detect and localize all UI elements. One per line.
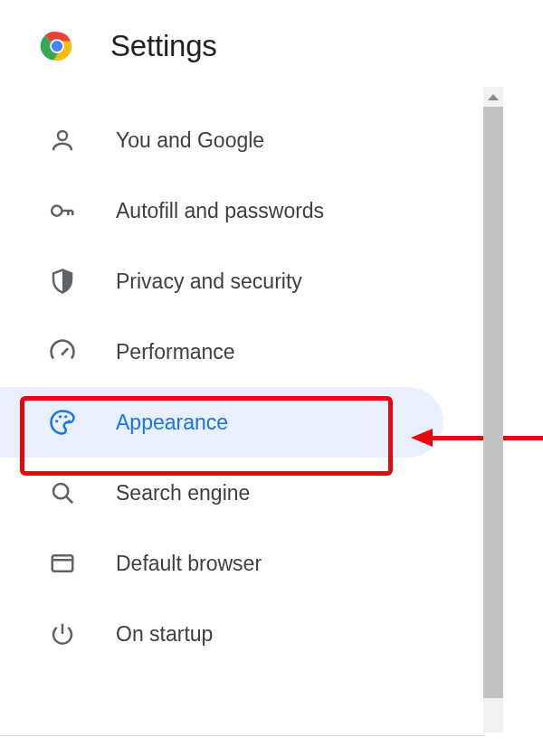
- svg-rect-11: [52, 555, 73, 572]
- sidebar-item-performance[interactable]: Performance: [0, 317, 443, 387]
- browser-icon: [49, 550, 76, 577]
- sidebar-item-label: On startup: [116, 622, 213, 647]
- sidebar-item-appearance[interactable]: Appearance: [0, 387, 443, 458]
- sidebar-item-label: Default browser: [116, 552, 262, 576]
- palette-icon: [49, 409, 76, 436]
- speedometer-icon: [49, 338, 76, 365]
- power-icon: [49, 620, 76, 647]
- settings-sidebar: You and Google Autofill and passwords Pr…: [0, 92, 543, 669]
- svg-point-3: [58, 131, 67, 140]
- person-icon: [49, 127, 76, 154]
- sidebar-item-label: Appearance: [116, 411, 228, 435]
- key-icon: [49, 197, 76, 224]
- settings-header: Settings: [0, 0, 543, 92]
- sidebar-item-label: Performance: [116, 340, 235, 364]
- page-title: Settings: [110, 29, 217, 63]
- divider: [0, 735, 485, 736]
- sidebar-item-autofill[interactable]: Autofill and passwords: [0, 175, 443, 246]
- svg-point-6: [55, 420, 58, 422]
- scroll-up-button[interactable]: [483, 87, 503, 107]
- scrollbar[interactable]: [483, 87, 503, 732]
- scroll-thumb[interactable]: [483, 107, 503, 698]
- nav-list: You and Google Autofill and passwords Pr…: [0, 92, 543, 669]
- sidebar-item-label: Search engine: [116, 481, 250, 506]
- sidebar-item-you-and-google[interactable]: You and Google: [0, 105, 443, 175]
- sidebar-item-privacy[interactable]: Privacy and security: [0, 246, 443, 317]
- chrome-logo-icon: [38, 27, 76, 65]
- svg-point-7: [59, 415, 62, 418]
- svg-point-8: [64, 415, 67, 418]
- svg-point-2: [52, 41, 62, 52]
- sidebar-item-label: You and Google: [116, 128, 264, 153]
- svg-point-4: [52, 205, 62, 215]
- sidebar-item-default-browser[interactable]: Default browser: [0, 528, 443, 599]
- sidebar-item-search-engine[interactable]: Search engine: [0, 458, 443, 528]
- sidebar-item-label: Autofill and passwords: [116, 199, 324, 223]
- sidebar-item-on-startup[interactable]: On startup: [0, 599, 443, 669]
- svg-point-5: [62, 353, 64, 355]
- svg-point-10: [53, 484, 68, 498]
- search-icon: [49, 479, 76, 506]
- shield-icon: [49, 268, 76, 295]
- sidebar-item-label: Privacy and security: [116, 269, 302, 294]
- svg-point-9: [68, 420, 71, 422]
